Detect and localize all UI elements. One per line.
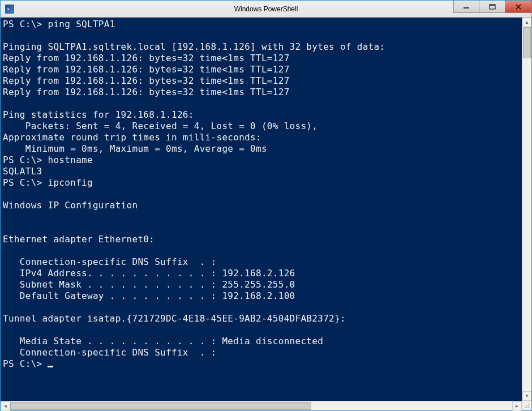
- prompt: PS C:\>: [3, 19, 42, 29]
- horizontal-scrollbar[interactable]: ◄ ►: [1, 401, 522, 410]
- minimize-button[interactable]: [453, 1, 479, 13]
- powershell-icon: [5, 5, 14, 14]
- ping-times: Minimum = 0ms, Maximum = 0ms, Average = …: [3, 143, 267, 154]
- minimize-icon: [463, 4, 470, 10]
- console-output[interactable]: PS C:\> ping SQLTPA1 Pinging SQLTPA1.sql…: [1, 18, 522, 401]
- ipconfig-header: Windows IP Configuration: [3, 200, 138, 211]
- window-controls: [453, 1, 531, 13]
- prompt: PS C:\>: [3, 155, 42, 165]
- svg-rect-0: [464, 7, 469, 8]
- adapter-ipv4: IPv4 Address. . . . . . . . . . . : 192.…: [3, 268, 295, 279]
- resize-grip-icon: [524, 403, 530, 409]
- svg-point-6: [525, 407, 526, 408]
- scroll-right-button[interactable]: ►: [512, 401, 522, 411]
- ping-reply: Reply from 192.168.1.126: bytes=32 time<…: [3, 53, 290, 63]
- svg-point-8: [528, 407, 529, 408]
- prompt: PS C:\>: [3, 177, 42, 188]
- cursor: [48, 366, 53, 367]
- ping-reply: Reply from 192.168.1.126: bytes=32 time<…: [3, 75, 290, 86]
- svg-point-7: [526, 407, 527, 408]
- ping-header: Pinging SQLTPA1.sqltrek.local [192.168.1…: [3, 41, 385, 52]
- titlebar[interactable]: Windows PowerShell: [1, 1, 531, 18]
- ping-reply: Reply from 192.168.1.126: bytes=32 time<…: [3, 87, 290, 97]
- resize-grip[interactable]: [522, 401, 531, 410]
- ping-reply: Reply from 192.168.1.126: bytes=32 time<…: [3, 64, 290, 75]
- tunnel-dns-suffix: Connection-specific DNS Suffix . :: [3, 347, 216, 358]
- vertical-scrollbar[interactable]: ▲ ▼: [522, 18, 531, 401]
- svg-point-5: [528, 405, 529, 406]
- ping-approx: Approximate round trip times in milli-se…: [3, 132, 261, 143]
- window-title: Windows PowerShell: [234, 5, 298, 13]
- hostname-output: SQLATL3: [3, 166, 42, 177]
- svg-point-3: [528, 404, 529, 405]
- maximize-button[interactable]: [479, 1, 505, 13]
- scroll-track-vertical[interactable]: [522, 27, 531, 391]
- tunnel-header: Tunnel adapter isatap.{721729DC-4E18-45E…: [3, 313, 346, 324]
- command-ipconfig: ipconfig: [48, 177, 92, 188]
- ping-stats-header: Ping statistics for 192.168.1.126:: [3, 109, 194, 120]
- ping-packets: Packets: Sent = 4, Received = 4, Lost = …: [3, 121, 318, 131]
- scroll-down-button[interactable]: ▼: [522, 391, 531, 401]
- scroll-thumb-vertical[interactable]: [523, 27, 531, 58]
- bottom-scroll-row: ◄ ►: [1, 401, 531, 410]
- adapter-dns-suffix: Connection-specific DNS Suffix . :: [3, 256, 216, 267]
- close-button[interactable]: [505, 1, 531, 13]
- command-ping: ping SQLTPA1: [48, 19, 115, 29]
- adapter-gateway: Default Gateway . . . . . . . . . : 192.…: [3, 290, 295, 301]
- scroll-left-button[interactable]: ◄: [1, 401, 10, 411]
- adapter-subnet: Subnet Mask . . . . . . . . . . . : 255.…: [3, 279, 295, 290]
- prompt: PS C:\>: [3, 358, 42, 369]
- maximize-icon: [489, 4, 496, 10]
- scroll-thumb-horizontal[interactable]: [10, 402, 311, 410]
- close-icon: [515, 4, 522, 10]
- tunnel-media-state: Media State . . . . . . . . . . . : Medi…: [3, 336, 323, 346]
- scroll-up-button[interactable]: ▲: [522, 18, 531, 27]
- powershell-window: Windows PowerShell PS C:\> ping SQLTPA1 …: [0, 0, 532, 411]
- svg-point-4: [526, 405, 527, 406]
- adapter-header: Ethernet adapter Ethernet0:: [3, 234, 155, 245]
- command-hostname: hostname: [48, 155, 92, 165]
- svg-rect-2: [490, 5, 495, 6]
- console-container: PS C:\> ping SQLTPA1 Pinging SQLTPA1.sql…: [1, 18, 531, 401]
- scroll-track-horizontal[interactable]: [10, 401, 512, 410]
